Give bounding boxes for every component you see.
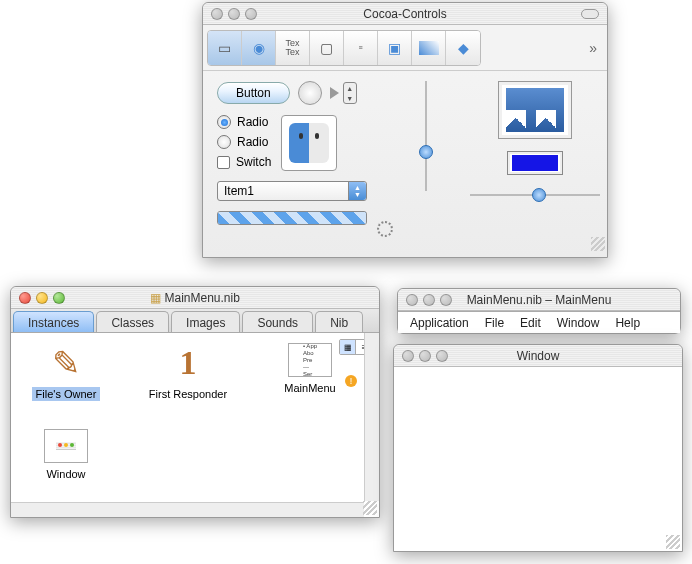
nib-tabbar: Instances Classes Images Sounds Nib <box>11 309 379 333</box>
radio-2[interactable]: Radio <box>217 135 271 149</box>
cocoa-titlebar[interactable]: Cocoa-Controls <box>203 3 607 25</box>
menu-bar: Application File Edit Window Help <box>398 311 680 333</box>
toolbar-overflow[interactable]: » <box>589 40 603 56</box>
color-swatch <box>512 155 558 171</box>
checkbox-switch[interactable]: Switch <box>217 155 271 169</box>
tool-custom[interactable]: ◆ <box>446 31 480 65</box>
menu-file[interactable]: File <box>477 313 512 333</box>
tool-views[interactable]: ▭ <box>208 31 242 65</box>
files-owner-icon <box>42 343 90 383</box>
resize-grip[interactable] <box>591 237 605 251</box>
mountain-icon <box>506 88 564 132</box>
stepper[interactable]: ▲▼ <box>343 82 357 104</box>
tool-text[interactable]: TexTex <box>276 31 310 65</box>
tab-images[interactable]: Images <box>171 311 240 332</box>
files-owner-item[interactable]: File's Owner <box>21 343 111 401</box>
window-title: MainMenu.nib – MainMenu <box>398 293 680 307</box>
first-responder-icon <box>164 343 212 383</box>
window-title: Window <box>394 349 682 363</box>
image-view[interactable] <box>498 81 572 139</box>
nib-body: ▦ ≡ File's Owner First Responder ! MainM… <box>11 333 379 517</box>
vertical-scrollbar[interactable] <box>364 333 379 501</box>
tool-windows[interactable]: ▢ <box>310 31 344 65</box>
toolbar-toggle[interactable] <box>581 9 599 19</box>
tool-boxes[interactable]: ▣ <box>378 31 412 65</box>
mainmenu-editor-window: MainMenu.nib – MainMenu Application File… <box>397 288 681 334</box>
image-well-finder[interactable] <box>281 115 337 171</box>
horizontal-slider[interactable] <box>470 187 600 203</box>
nib-document-window: ▦ MainMenu.nib Instances Classes Images … <box>10 286 380 518</box>
popup-button[interactable]: Item1 ▲▼ <box>217 181 367 201</box>
tab-nib[interactable]: Nib <box>315 311 363 332</box>
progress-spinner <box>377 221 393 237</box>
palette-toolbar: ▭ ◉ TexTex ▢ ≡ ▣ ◆ » <box>203 25 607 71</box>
window-instance-icon <box>44 429 88 463</box>
mainmenu-item[interactable]: ! MainMenu <box>265 343 355 401</box>
push-button[interactable]: Button <box>217 82 290 104</box>
window-title: ▦ MainMenu.nib <box>11 291 379 305</box>
mainmenu-icon <box>288 343 332 377</box>
blank-window: Window <box>393 344 683 552</box>
tab-instances[interactable]: Instances <box>13 311 94 332</box>
horizontal-scrollbar[interactable] <box>11 502 364 517</box>
tab-sounds[interactable]: Sounds <box>242 311 313 332</box>
tool-controls[interactable]: ◉ <box>242 31 276 65</box>
window-item[interactable]: Window <box>21 429 111 481</box>
menu-titlebar[interactable]: MainMenu.nib – MainMenu <box>398 289 680 311</box>
radio-1[interactable]: Radio <box>217 115 271 129</box>
resize-grip[interactable] <box>363 501 377 515</box>
color-well[interactable] <box>507 151 563 175</box>
first-responder-item[interactable]: First Responder <box>143 343 233 401</box>
menu-help[interactable]: Help <box>607 313 648 333</box>
vertical-slider[interactable] <box>418 81 434 191</box>
window-content[interactable] <box>394 367 682 551</box>
nib-titlebar[interactable]: ▦ MainMenu.nib <box>11 287 379 309</box>
disclosure-triangle[interactable] <box>330 87 339 99</box>
progress-bar <box>217 211 367 225</box>
window-title: Cocoa-Controls <box>203 7 607 21</box>
menu-edit[interactable]: Edit <box>512 313 549 333</box>
resize-grip[interactable] <box>666 535 680 549</box>
round-button[interactable] <box>298 81 322 105</box>
menu-application[interactable]: Application <box>402 313 477 333</box>
tool-formatters[interactable]: ≡ <box>344 31 378 65</box>
tool-tables[interactable] <box>412 31 446 65</box>
finder-icon <box>289 123 329 163</box>
cocoa-controls-window: Cocoa-Controls ▭ ◉ TexTex ▢ ≡ ▣ ◆ » Butt… <box>202 2 608 258</box>
tab-classes[interactable]: Classes <box>96 311 169 332</box>
blank-titlebar[interactable]: Window <box>394 345 682 367</box>
warning-badge-icon: ! <box>345 375 357 387</box>
menu-window[interactable]: Window <box>549 313 608 333</box>
